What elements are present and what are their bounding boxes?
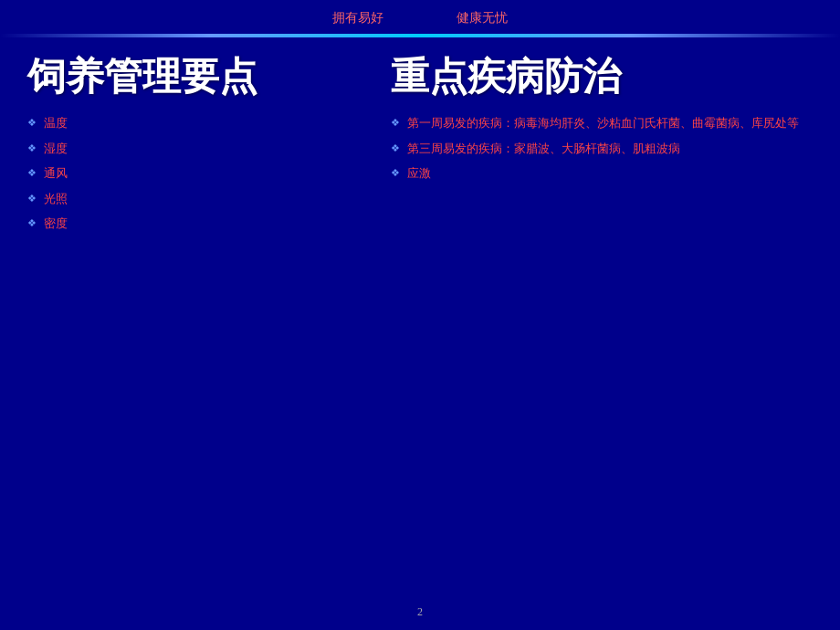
bullet-diamond: ❖ (27, 141, 37, 156)
right-section-title: 重点疾病防治 (391, 56, 813, 98)
list-item: ❖ 第三周易发的疾病：家腊波、大肠杆菌病、肌粗波病 (391, 140, 813, 158)
list-item-text: 第一周易发的疾病：病毒海均肝炎、沙粘血门氏杆菌、曲霉菌病、库尻处等 (407, 114, 799, 132)
list-item-text: 通风 (44, 164, 68, 183)
list-item: ❖ 光照 (27, 190, 373, 208)
bullet-diamond: ❖ (27, 165, 37, 181)
bullet-diamond: ❖ (27, 191, 37, 206)
bullet-diamond: ❖ (391, 115, 400, 131)
left-section-title: 饲养管理要点 (27, 56, 373, 98)
nav-link-2[interactable]: 健康无忧 (457, 10, 508, 26)
left-bullet-list: ❖ 温度 ❖ 湿度 ❖ 通风 ❖ 光照 ❖ 密度 (27, 114, 373, 233)
list-item-text: 第三周易发的疾病：家腊波、大肠杆菌病、肌粗波病 (407, 140, 680, 158)
list-item-text: 应激 (407, 164, 431, 183)
list-item-text: 密度 (44, 215, 68, 233)
list-item: ❖ 第一周易发的疾病：病毒海均肝炎、沙粘血门氏杆菌、曲霉菌病、库尻处等 (391, 114, 813, 132)
bullet-diamond: ❖ (27, 215, 37, 231)
list-item-text: 光照 (44, 190, 68, 208)
right-section: 重点疾病防治 ❖ 第一周易发的疾病：病毒海均肝炎、沙粘血门氏杆菌、曲霉菌病、库尻… (391, 56, 813, 240)
top-navigation: 拥有易好 健康无忧 (0, 0, 840, 34)
list-item: ❖ 通风 (27, 164, 373, 183)
list-item: ❖ 温度 (27, 114, 373, 132)
list-item-text: 温度 (44, 114, 68, 132)
list-item-text: 湿度 (44, 140, 68, 158)
list-item: ❖ 应激 (391, 164, 813, 183)
bullet-diamond: ❖ (391, 141, 400, 156)
page-number: 2 (417, 605, 423, 619)
list-item: ❖ 密度 (27, 215, 373, 233)
main-content: 饲养管理要点 ❖ 温度 ❖ 湿度 ❖ 通风 ❖ 光照 ❖ 密度 (0, 37, 840, 258)
nav-link-1[interactable]: 拥有易好 (332, 10, 383, 26)
bullet-diamond: ❖ (27, 115, 37, 131)
list-item: ❖ 湿度 (27, 140, 373, 158)
bullet-diamond: ❖ (391, 165, 400, 181)
left-section: 饲养管理要点 ❖ 温度 ❖ 湿度 ❖ 通风 ❖ 光照 ❖ 密度 (27, 56, 373, 240)
right-bullet-list: ❖ 第一周易发的疾病：病毒海均肝炎、沙粘血门氏杆菌、曲霉菌病、库尻处等 ❖ 第三… (391, 114, 813, 183)
